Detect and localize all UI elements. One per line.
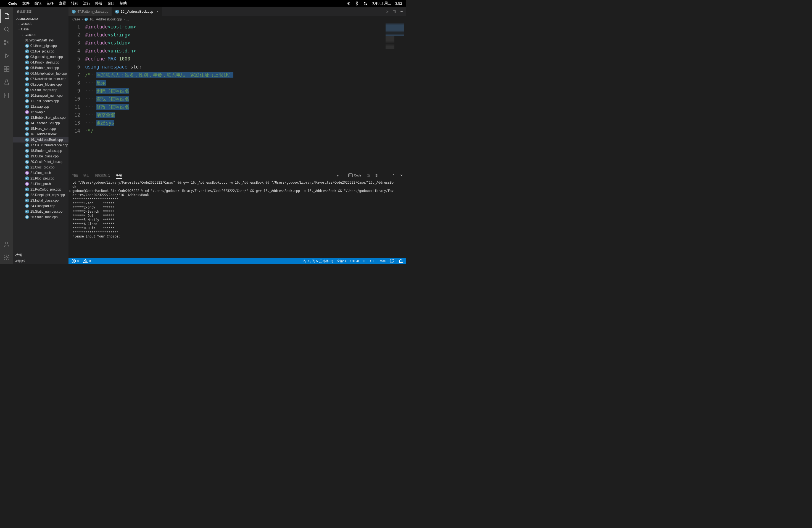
file-item[interactable]: C17.Cir_circumference.cpp [13, 143, 69, 148]
file-item[interactable]: C11.Test_scores.cpp [13, 98, 69, 104]
menu-selection[interactable]: 选择 [47, 1, 54, 6]
activity-search[interactable] [0, 23, 13, 36]
status-errors[interactable]: 0 [71, 259, 79, 263]
menu-file[interactable]: 文件 [23, 1, 30, 6]
file-item[interactable]: C16._AddressBook [13, 131, 69, 137]
panel-tab-problems[interactable]: 问题 [72, 172, 78, 179]
status-eol[interactable]: LF [363, 259, 366, 263]
breadcrumb-part[interactable]: ... [126, 17, 129, 21]
breadcrumb-part[interactable]: 16._AddressBook.cpp [89, 17, 122, 21]
file-tree[interactable]: ›.vscode⌄Case›.vscode›01.WorkerStaff_sys… [13, 21, 69, 252]
menu-run[interactable]: 运行 [83, 1, 90, 6]
folder-item[interactable]: ›.vscode [13, 32, 69, 38]
activity-explorer[interactable] [0, 10, 13, 23]
file-item[interactable]: C20.CriclePoint_loc.cpp [13, 159, 69, 165]
split-editor-icon[interactable]: ◫ [392, 10, 396, 14]
file-item[interactable]: C18.Student_class.cpp [13, 148, 69, 153]
code-content[interactable]: #include<iostream>#include<string>#inclu… [85, 23, 406, 171]
close-panel-icon[interactable]: ✕ [400, 174, 403, 177]
maximize-panel-icon[interactable]: ⌃ [392, 174, 395, 177]
minimap[interactable] [384, 23, 406, 171]
status-encoding[interactable]: UTF-8 [350, 259, 359, 263]
file-item[interactable]: C01.three_pigs.cpp [13, 43, 69, 48]
more-icon[interactable]: ⋯ [383, 174, 387, 177]
file-item[interactable]: C25.Static_number.cpp [13, 209, 69, 214]
file-item[interactable]: C15.Hero_sort.cpp [13, 126, 69, 131]
terminal-output[interactable]: cd "/Users/godouo/Library/Favorites/Code… [69, 179, 406, 258]
activity-account[interactable] [0, 237, 13, 251]
menu-window[interactable]: 窗口 [107, 1, 115, 6]
file-item[interactable]: C07.Narcissistic_num.cpp [13, 76, 69, 82]
menu-go[interactable]: 转到 [71, 1, 78, 6]
panel-tab-output[interactable]: 输出 [83, 172, 89, 179]
panel-tab-debug[interactable]: 调试控制台 [95, 172, 110, 179]
sidebar-more-icon[interactable]: ⋯ [62, 10, 65, 13]
outline-section[interactable]: › 大纲 [13, 252, 69, 258]
file-item[interactable]: C26.Static_func.cpp [13, 214, 69, 220]
file-item[interactable]: C16._AddressBook.cpp [13, 137, 69, 143]
folder-item[interactable]: ⌄Case [13, 27, 69, 32]
file-item[interactable]: C21.Cloc_pro.h [13, 170, 69, 176]
terminal-shell-label[interactable]: Code [348, 173, 361, 178]
folder-item[interactable]: ›01.WorkerStaff_sys [13, 38, 69, 43]
editor-tab[interactable]: C 47.Pattern_class.cpp [69, 6, 112, 16]
file-item[interactable]: C24.Classpart.cpp [13, 203, 69, 209]
file-item[interactable]: C21.Cloc_pro.cpp [13, 165, 69, 170]
status-os[interactable]: Mac [380, 259, 386, 263]
file-item[interactable]: C12.swap.h [13, 109, 69, 115]
file-item[interactable]: C03.guessing_num.cpp [13, 54, 69, 60]
status-spaces[interactable]: 空格: 4 [337, 259, 346, 263]
activity-notebook[interactable] [0, 89, 13, 102]
file-item[interactable]: C09.Star_maps.cpp [13, 87, 69, 93]
status-lang[interactable]: C++ [370, 259, 376, 263]
kill-terminal-icon[interactable]: 🗑 [375, 174, 378, 177]
activity-run-debug[interactable] [0, 49, 13, 62]
activity-settings[interactable] [0, 251, 13, 264]
run-icon[interactable]: ▷ [386, 10, 389, 14]
breadcrumb-part[interactable]: Case [72, 17, 80, 21]
activity-source-control[interactable] [0, 36, 13, 49]
file-item[interactable]: C08.score_Movies.cpp [13, 82, 69, 87]
activity-testing[interactable] [0, 76, 13, 89]
file-item[interactable]: C12.swap.cpp [13, 104, 69, 109]
file-item[interactable]: C19.Cube_class.cpp [13, 153, 69, 159]
file-item[interactable]: C13.BubbleSort_plus.cpp [13, 115, 69, 120]
status-feedback-icon[interactable] [389, 259, 394, 263]
status-bell-icon[interactable] [398, 259, 403, 263]
project-root[interactable]: ⌄ CODE2023222 [13, 16, 69, 21]
status-cursor[interactable]: 行 7，列 5 (已选择92) [304, 259, 333, 263]
split-terminal-icon[interactable]: ◫ [367, 174, 369, 177]
menu-edit[interactable]: 编辑 [34, 1, 42, 6]
close-icon[interactable]: × [157, 10, 159, 14]
code-editor[interactable]: 1234567891011121314 #include<iostream>#i… [69, 23, 406, 171]
breadcrumb[interactable]: Case › C 16._AddressBook.cpp › ... [69, 16, 406, 23]
file-item[interactable]: C10.transport_num.cpp [13, 93, 69, 98]
menu-terminal[interactable]: 终端 [95, 1, 102, 6]
file-item[interactable]: C23.Intital_class.cpp [13, 198, 69, 203]
menubar-time[interactable]: 3:52 [395, 1, 402, 5]
status-warnings[interactable]: 0 [83, 259, 91, 263]
file-item[interactable]: C05.Bubble_sort.cpp [13, 65, 69, 71]
new-terminal-icon[interactable]: ＋⌄ [336, 173, 343, 178]
more-icon[interactable]: ⋯ [400, 10, 403, 14]
folder-item[interactable]: ›.vscode [13, 21, 69, 27]
activity-extensions[interactable] [0, 62, 13, 76]
file-item[interactable]: C21.Ploc_pro.h [13, 181, 69, 187]
file-item[interactable]: C21.PoiCriloc_pro.cpp [13, 187, 69, 192]
menubar-date[interactable]: 3月8日 周三 [372, 1, 391, 6]
bluetooth-icon[interactable] [354, 1, 359, 6]
file-item[interactable]: C21.Ploc_pro.cpp [13, 176, 69, 181]
file-item[interactable]: C22.DeepLight_copy.cpp [13, 192, 69, 198]
file-item[interactable]: C14.Teacher_Stu.cpp [13, 120, 69, 126]
timeline-section[interactable]: › 时间线 [13, 258, 69, 264]
menu-help[interactable]: 帮助 [120, 1, 127, 6]
file-item[interactable]: C02.five_pigs.cpp [13, 48, 69, 54]
control-center-icon[interactable] [363, 1, 368, 6]
app-name[interactable]: Code [8, 1, 17, 5]
editor-tab-active[interactable]: C 16._AddressBook.cpp × [112, 6, 162, 16]
menu-view[interactable]: 查看 [59, 1, 66, 6]
panel-tab-terminal[interactable]: 终端 [116, 172, 122, 179]
file-item[interactable]: C06.Multiplication_tab.cpp [13, 71, 69, 76]
status-p-icon[interactable]: ℗ [347, 1, 350, 5]
file-item[interactable]: C04.Knock_desk.cpp [13, 60, 69, 65]
